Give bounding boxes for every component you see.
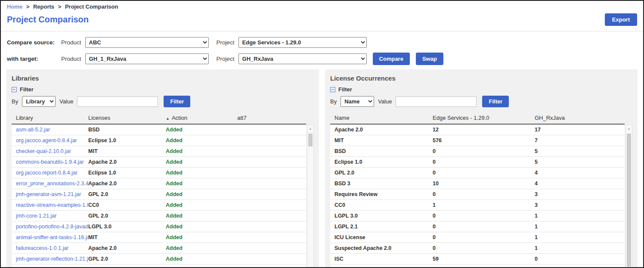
column-header-target-project[interactable]: GH_RxJava — [535, 113, 625, 124]
table-row: commons-beanutils-1.9.4.jarApache 2.0Add… — [12, 157, 306, 168]
filter-collapse-icon[interactable]: − — [12, 87, 17, 92]
action-cell: Added — [166, 265, 237, 268]
source-count-cell: 0 — [433, 232, 535, 243]
library-link[interactable]: jmh-core-1.21.jar — [12, 211, 88, 221]
library-link[interactable]: org.jacoco.report-0.8.4.jar — [12, 168, 88, 178]
libraries-filter-by-select[interactable]: Library — [22, 96, 56, 107]
breadcrumb-current: Project Comparison — [65, 3, 118, 10]
table-row: Apache 2.01217 — [330, 124, 625, 135]
license-cell: Eclipse 1.0 — [88, 135, 166, 146]
libraries-panel: Libraries − Filter By Library Value Filt… — [6, 69, 319, 268]
scrollbar-up-arrow[interactable]: ▲ — [307, 125, 313, 132]
target-count-cell: 0 — [535, 265, 625, 268]
source-product-select[interactable]: ABC — [85, 37, 209, 48]
source-project-select[interactable]: Edge Services - 1.29.0 — [238, 37, 367, 48]
breadcrumb-reports[interactable]: Reports — [33, 3, 54, 10]
target-count-cell: 4 — [535, 168, 625, 178]
licenses-filter-button[interactable]: Filter — [482, 96, 509, 107]
scrollbar-thumb[interactable] — [308, 134, 313, 146]
source-count-cell: 59 — [433, 254, 535, 265]
filter-section-label: Filter — [20, 86, 34, 93]
filter-collapse-icon[interactable]: − — [330, 87, 335, 92]
library-link[interactable]: failureaccess-1.0.1.jar — [12, 243, 88, 254]
library-link[interactable]: org.jacoco.agent-0.8.4.jar — [12, 135, 88, 146]
licenses-scrollbar[interactable]: ▲ — [625, 125, 632, 268]
license-name-cell: GPL 2.0 — [330, 168, 433, 178]
source-count-cell: 10 — [433, 178, 535, 189]
action-cell: Added — [166, 135, 237, 146]
license-cell: Apache 2.0 — [88, 178, 166, 189]
table-row: ISC590 — [330, 254, 625, 265]
table-row: BSD05 — [330, 146, 625, 157]
att7-cell — [237, 221, 306, 232]
export-button[interactable]: Export — [605, 13, 637, 26]
source-product-label: Product — [61, 39, 81, 46]
table-row: jmh-generator-asm-1.21.jarGPL 2.0Added — [12, 189, 306, 200]
library-link[interactable]: jmh-generator-reflection-1.21.jar — [12, 254, 88, 265]
table-row: reactive-streams-examples-1.0....CC0Adde… — [12, 200, 306, 211]
library-link[interactable]: error_prone_annotations-2.3.4.j... — [12, 178, 88, 189]
target-count-cell: 1 — [535, 221, 625, 232]
libraries-table-body: asm-all-5.2.jarBSDAddedorg.jacoco.agent-… — [12, 124, 306, 268]
source-count-cell: 1 — [433, 200, 535, 211]
page-header: Home > Reports > Project Comparison Proj… — [1, 1, 643, 31]
library-link[interactable]: commons-beanutils-1.9.4.jar — [12, 157, 88, 168]
att7-cell — [237, 157, 306, 168]
att7-cell — [237, 232, 306, 243]
table-row: failureaccess-1.0.1.jarApache 2.0Added — [12, 243, 306, 254]
compare-button[interactable]: Compare — [373, 53, 410, 65]
action-cell: Added — [166, 243, 237, 254]
column-header-action[interactable]: ▲Action — [166, 113, 237, 124]
column-header-source-project[interactable]: Edge Services - 1.29.0 — [433, 113, 535, 124]
att7-cell — [237, 124, 306, 135]
target-count-cell: 5 — [535, 157, 625, 168]
action-cell: Added — [166, 124, 237, 135]
target-project-select[interactable]: GH_RxJava — [238, 53, 367, 64]
license-name-cell: MIT — [330, 135, 433, 146]
att7-cell — [237, 178, 306, 189]
action-cell: Added — [166, 211, 237, 221]
breadcrumb-home-link[interactable]: Home — [7, 3, 22, 10]
column-header-att7[interactable]: att7 — [237, 113, 306, 124]
action-cell: Added — [166, 146, 237, 157]
att7-cell — [237, 200, 306, 211]
target-count-cell: 3 — [535, 200, 625, 211]
column-header-name[interactable]: Name — [330, 113, 433, 124]
target-count-cell: 3 — [535, 189, 625, 200]
source-count-cell: 576 — [433, 135, 535, 146]
license-occurrences-panel: License Occurrences − Filter By Name Val… — [325, 69, 638, 268]
table-row: asm-all-5.2.jarBSDAdded — [12, 124, 306, 135]
table-row: checker-qual-2.10.0.jarMITAdded — [12, 146, 306, 157]
source-count-cell: 0 — [433, 168, 535, 178]
licenses-filter-by-select[interactable]: Name — [341, 96, 374, 107]
license-cell: LGPL 3.0 — [88, 221, 166, 232]
target-product-select[interactable]: GH_1_RxJava — [85, 53, 209, 64]
licenses-filter-value-input[interactable] — [396, 97, 477, 107]
license-cell: GPL 2.0 — [88, 189, 166, 200]
breadcrumb: Home > Reports > Project Comparison — [7, 3, 637, 10]
libraries-scrollbar[interactable]: ▲ — [307, 125, 314, 268]
libraries-filter-value-input[interactable] — [77, 97, 158, 107]
library-link[interactable]: portofino-portofino-4.2.8-javadoc — [12, 221, 88, 232]
library-link[interactable]: jmh-generator-asm-1.21.jar — [12, 189, 88, 200]
page-title: Project Comparison — [7, 15, 89, 25]
license-cell: Apache 2.0 — [88, 243, 166, 254]
library-link[interactable]: checker-qual-2.10.0.jar — [12, 146, 88, 157]
swap-button[interactable]: Swap — [416, 53, 443, 65]
license-occurrences-table: Name Edge Services - 1.29.0 GH_RxJava Ap… — [330, 113, 632, 268]
source-count-cell: 12 — [433, 124, 535, 135]
table-row: BSD 2100 — [330, 265, 625, 268]
library-link[interactable]: picocli-4.0.4.jar — [12, 265, 88, 268]
column-header-library[interactable]: Library — [12, 113, 88, 124]
scrollbar-up-arrow[interactable]: ▲ — [626, 125, 632, 132]
scrollbar-thumb[interactable] — [627, 134, 631, 267]
library-link[interactable]: reactive-streams-examples-1.0.... — [12, 200, 88, 211]
license-name-cell: BSD — [330, 146, 433, 157]
att7-cell — [237, 211, 306, 221]
source-count-cell: 0 — [433, 243, 535, 254]
library-link[interactable]: animal-sniffer-ant-tasks-1.16.jar — [12, 232, 88, 243]
libraries-filter-button[interactable]: Filter — [164, 96, 190, 107]
library-link[interactable]: asm-all-5.2.jar — [12, 124, 88, 135]
column-header-licenses[interactable]: Licenses — [88, 113, 166, 124]
license-cell: Eclipse 1.0 — [88, 168, 166, 178]
